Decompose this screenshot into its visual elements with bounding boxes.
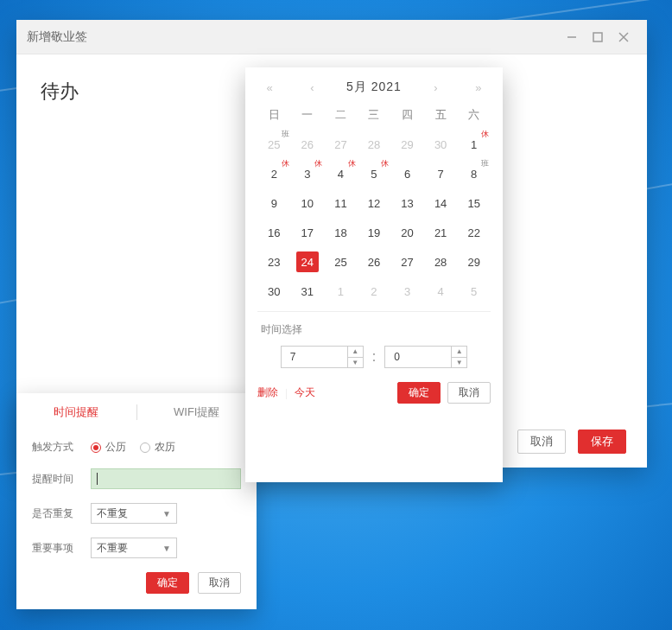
prev-month-button[interactable]: ‹ <box>304 81 321 94</box>
calendar-day[interactable]: 21 <box>424 218 458 247</box>
calendar-day[interactable]: 28 <box>358 130 391 159</box>
calendar-day[interactable]: 30 <box>424 130 458 159</box>
calendar-day[interactable]: 27 <box>390 247 424 277</box>
hour-spinner[interactable]: 7 ▲▼ <box>281 346 364 368</box>
day-number: 1 <box>329 281 352 302</box>
time-select-label: 时间选择 <box>257 322 491 337</box>
minute-down-icon[interactable]: ▼ <box>452 358 466 368</box>
calendar-day[interactable]: 6 <box>390 159 424 188</box>
calendar-day[interactable]: 3休 <box>291 159 325 188</box>
calendar-day[interactable]: 19 <box>358 218 391 247</box>
calendar-day[interactable]: 4 <box>424 277 458 306</box>
calendar-day[interactable]: 24 <box>291 247 325 277</box>
minute-spinner[interactable]: 0 ▲▼ <box>384 346 467 368</box>
hour-value: 7 <box>282 351 347 363</box>
calendar-day[interactable]: 9 <box>257 188 291 218</box>
calendar-day[interactable]: 10 <box>291 188 325 218</box>
rest-badge: 休 <box>348 160 356 168</box>
important-select[interactable]: 不重要▼ <box>91 538 177 558</box>
calendar-day[interactable]: 26 <box>291 130 325 159</box>
calendar-day[interactable]: 18 <box>324 218 358 247</box>
calendar-cancel-button[interactable]: 取消 <box>447 382 491 404</box>
close-button[interactable] <box>611 24 637 50</box>
tab-wifi-reminder[interactable]: WIFI提醒 <box>137 393 257 430</box>
remind-time-input[interactable] <box>91 468 241 489</box>
panel-cancel-button[interactable]: 取消 <box>198 572 241 594</box>
day-number: 29 <box>396 134 419 155</box>
calendar-day[interactable]: 23 <box>257 247 291 277</box>
day-number: 27 <box>396 251 419 272</box>
calendar-day[interactable]: 30 <box>257 277 291 306</box>
day-number: 17 <box>296 222 319 243</box>
calendar-day[interactable]: 22 <box>457 218 491 247</box>
panel-ok-button[interactable]: 确定 <box>146 572 189 594</box>
weekday-header: 日一二三四五六 <box>257 104 491 130</box>
day-number: 24 <box>296 251 319 272</box>
hour-down-icon[interactable]: ▼ <box>348 358 363 368</box>
save-button[interactable]: 保存 <box>578 430 626 454</box>
calendar-grid: 25班26272829301休2休3休4休5休678班9101112131415… <box>257 130 491 306</box>
day-number: 18 <box>329 222 352 243</box>
tab-time-reminder[interactable]: 时间提醒 <box>16 393 136 430</box>
weekday-cell: 六 <box>457 107 491 123</box>
calendar-day[interactable]: 15 <box>457 188 491 218</box>
link-separator: | <box>285 387 288 399</box>
calendar-day[interactable]: 16 <box>257 218 291 247</box>
calendar-day[interactable]: 28 <box>424 247 458 277</box>
important-select-value: 不重要 <box>97 541 128 556</box>
day-number: 9 <box>263 193 285 213</box>
calendar-day[interactable]: 5休 <box>358 159 391 188</box>
remind-time-label: 提醒时间 <box>32 472 91 487</box>
calendar-title[interactable]: 5月 2021 <box>346 80 402 95</box>
day-number: 19 <box>363 222 385 243</box>
repeat-select[interactable]: 不重复▼ <box>91 503 177 524</box>
delete-link[interactable]: 删除 <box>257 385 278 400</box>
calendar-day[interactable]: 4休 <box>324 159 358 188</box>
prev-year-button[interactable]: « <box>261 81 278 94</box>
calendar-day[interactable]: 5 <box>457 277 491 306</box>
calendar-day[interactable]: 1休 <box>457 130 491 159</box>
calendar-day[interactable]: 2休 <box>257 159 291 188</box>
calendar-day[interactable]: 29 <box>457 247 491 277</box>
calendar-day[interactable]: 17 <box>291 218 325 247</box>
day-number: 4 <box>429 281 452 302</box>
calendar-day[interactable]: 29 <box>390 130 424 159</box>
day-number: 28 <box>429 251 452 272</box>
today-link[interactable]: 今天 <box>295 385 315 400</box>
calendar-day[interactable]: 27 <box>324 130 358 159</box>
radio-lunar[interactable]: 农历 <box>140 440 175 455</box>
window-title: 新增敬业签 <box>27 29 87 45</box>
day-number: 10 <box>296 193 319 213</box>
calendar-ok-button[interactable]: 确定 <box>397 382 441 404</box>
minute-up-icon[interactable]: ▲ <box>452 347 466 358</box>
day-number: 13 <box>396 193 419 213</box>
day-number: 2 <box>363 281 385 302</box>
calendar-day[interactable]: 12 <box>358 188 391 218</box>
minimize-button[interactable] <box>559 24 585 50</box>
day-number: 30 <box>263 281 285 302</box>
calendar-day[interactable]: 26 <box>358 247 391 277</box>
next-month-button[interactable]: › <box>427 81 444 94</box>
calendar-day[interactable]: 25 <box>324 247 358 277</box>
hour-up-icon[interactable]: ▲ <box>348 347 363 358</box>
day-number: 12 <box>363 193 385 213</box>
calendar-day[interactable]: 31 <box>291 277 325 306</box>
calendar-day[interactable]: 20 <box>390 218 424 247</box>
calendar-day[interactable]: 13 <box>390 188 424 218</box>
calendar-day[interactable]: 7 <box>424 159 458 188</box>
calendar-day[interactable]: 14 <box>424 188 458 218</box>
day-number: 23 <box>263 251 285 272</box>
maximize-button[interactable] <box>585 24 611 50</box>
next-year-button[interactable]: » <box>470 81 487 94</box>
radio-solar[interactable]: 公历 <box>91 440 126 455</box>
calendar-day[interactable]: 11 <box>324 188 358 218</box>
calendar-day[interactable]: 1 <box>324 277 358 306</box>
day-number: 26 <box>363 251 385 272</box>
calendar-day[interactable]: 3 <box>390 277 424 306</box>
calendar-day[interactable]: 25班 <box>257 130 291 159</box>
calendar-day[interactable]: 8班 <box>457 159 491 188</box>
calendar-day[interactable]: 2 <box>358 277 391 306</box>
cancel-button[interactable]: 取消 <box>517 430 566 454</box>
work-badge: 班 <box>481 160 489 168</box>
radio-lunar-label: 农历 <box>155 440 175 455</box>
